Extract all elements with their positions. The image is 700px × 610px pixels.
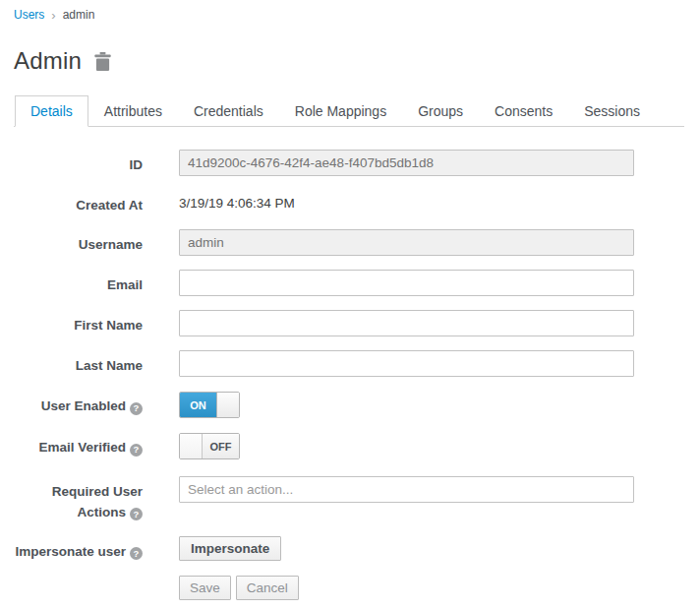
first-name-field[interactable] <box>179 310 634 336</box>
created-at-value: 3/19/19 4:06:34 PM <box>179 190 634 211</box>
email-row: Email <box>14 270 684 296</box>
toggle-on-label: ON <box>180 393 216 417</box>
user-enabled-toggle[interactable]: ON <box>179 392 240 418</box>
delete-user-button[interactable] <box>94 52 111 71</box>
tab-role-mappings[interactable]: Role Mappings <box>279 95 402 127</box>
user-details-form: ID Created At 3/19/19 4:06:34 PM Usernam… <box>14 150 684 600</box>
created-at-row: Created At 3/19/19 4:06:34 PM <box>14 190 684 215</box>
tab-details[interactable]: Details <box>15 95 88 127</box>
title-row: Admin <box>14 47 684 75</box>
created-at-label: Created At <box>14 190 143 215</box>
help-icon: ? <box>130 508 143 520</box>
tab-credentials[interactable]: Credentials <box>178 95 279 127</box>
tab-groups[interactable]: Groups <box>402 95 479 127</box>
breadcrumb-current-admin: admin <box>63 8 95 22</box>
tab-sessions[interactable]: Sessions <box>568 95 656 127</box>
first-name-label: First Name <box>14 310 143 336</box>
last-name-row: Last Name <box>14 350 684 377</box>
id-label: ID <box>14 150 143 175</box>
toggle-off-label: OFF <box>203 434 239 458</box>
impersonate-row: Impersonate user? Impersonate <box>14 536 684 562</box>
required-actions-select[interactable] <box>179 476 634 503</box>
tab-attributes[interactable]: Attributes <box>88 95 178 127</box>
save-button[interactable]: Save <box>179 576 231 600</box>
breadcrumb: Users › admin <box>14 8 684 22</box>
form-actions-row: Save Cancel <box>14 576 684 600</box>
email-verified-row: Email Verified? OFF <box>14 432 684 462</box>
email-field[interactable] <box>179 270 634 296</box>
toggle-handle <box>180 434 203 458</box>
id-field <box>179 150 634 176</box>
help-icon: ? <box>130 547 143 560</box>
user-enabled-row: User Enabled? ON <box>14 391 684 418</box>
username-label: Username <box>14 229 143 255</box>
username-field <box>179 229 634 256</box>
toggle-handle <box>216 393 239 417</box>
impersonate-label: Impersonate user? <box>14 536 143 562</box>
id-row: ID <box>14 150 684 176</box>
tab-consents[interactable]: Consents <box>479 95 568 127</box>
email-verified-label: Email Verified? <box>14 432 143 458</box>
user-enabled-label: User Enabled? <box>14 391 143 416</box>
chevron-right-icon: › <box>51 9 55 22</box>
required-actions-label: Required User Actions? <box>14 476 143 522</box>
help-icon: ? <box>130 402 143 415</box>
email-label: Email <box>14 270 143 295</box>
user-detail-page: Users › admin Admin Details Attributes C… <box>0 0 700 600</box>
impersonate-button[interactable]: Impersonate <box>179 536 281 561</box>
breadcrumb-link-users[interactable]: Users <box>14 8 44 22</box>
page-title: Admin <box>14 47 82 75</box>
help-icon: ? <box>130 444 143 457</box>
username-row: Username <box>14 229 684 256</box>
cancel-button[interactable]: Cancel <box>236 576 299 600</box>
trash-icon <box>94 52 111 71</box>
tab-bar: Details Attributes Credentials Role Mapp… <box>14 95 684 127</box>
first-name-row: First Name <box>14 310 684 336</box>
email-verified-toggle[interactable]: OFF <box>179 433 240 459</box>
last-name-label: Last Name <box>14 350 143 376</box>
required-actions-row: Required User Actions? <box>14 476 684 522</box>
last-name-field[interactable] <box>179 350 634 377</box>
